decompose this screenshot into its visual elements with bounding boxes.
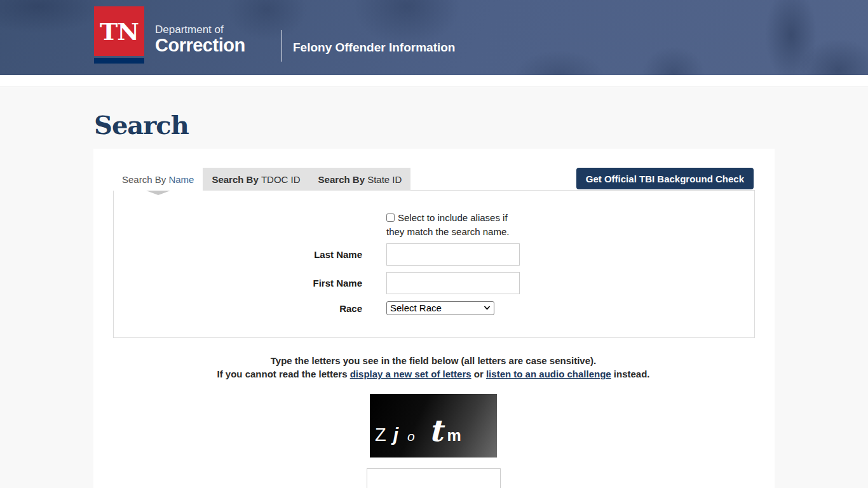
race-row: Race Select Race bbox=[114, 301, 754, 315]
include-aliases-checkbox[interactable] bbox=[386, 214, 395, 222]
race-label: Race bbox=[114, 303, 362, 314]
header-divider bbox=[281, 30, 282, 62]
search-by-name-panel: Select to include aliases if they match … bbox=[113, 190, 755, 338]
tab-tdoc-prefix: Search By bbox=[212, 174, 261, 185]
tn-logo-navy-bar bbox=[94, 58, 144, 64]
alias-checkbox-text: Select to include aliases if they match … bbox=[386, 212, 509, 237]
header-bottom-strip bbox=[0, 75, 868, 87]
captcha-instruction-line2: If you cannot read the letters display a… bbox=[113, 367, 754, 381]
last-name-row: Last Name bbox=[114, 243, 754, 266]
alias-checkbox-row: Select to include aliases if they match … bbox=[386, 211, 513, 239]
correction-text: Correction bbox=[155, 36, 245, 55]
new-letters-link[interactable]: display a new set of letters bbox=[350, 369, 471, 379]
tab-search-by-state-id[interactable]: Search By State ID bbox=[309, 168, 411, 191]
search-tabs: Search By Name Search By TDOC ID Search … bbox=[113, 168, 754, 191]
first-name-label: First Name bbox=[114, 278, 362, 288]
tab-search-by-tdoc-id[interactable]: Search By TDOC ID bbox=[203, 168, 309, 191]
tab-search-by-name[interactable]: Search By Name bbox=[113, 168, 203, 191]
captcha-letter: o bbox=[407, 430, 415, 443]
department-of-text: Department of bbox=[155, 24, 245, 36]
tab-name-suffix: Name bbox=[168, 174, 194, 185]
search-card: Get Official TBI Background Check Search… bbox=[93, 149, 775, 488]
app-title: Felony Offender Information bbox=[293, 41, 455, 55]
tn-logo-letters: TN bbox=[100, 17, 139, 46]
first-name-row: First Name bbox=[114, 272, 754, 294]
tdoc-logo[interactable]: TN Department of Correction bbox=[94, 6, 245, 64]
department-wordmark: Department of Correction bbox=[155, 6, 245, 55]
last-name-input[interactable] bbox=[386, 243, 520, 266]
captcha-instruction-line1: Type the letters you see in the field be… bbox=[113, 354, 754, 367]
captcha-letter: Z bbox=[375, 426, 386, 444]
tab-name-prefix: Search By bbox=[122, 174, 168, 185]
first-name-input[interactable] bbox=[386, 272, 520, 294]
captcha-line2-or: or bbox=[474, 369, 484, 379]
site-header: TN Department of Correction Felony Offen… bbox=[0, 0, 868, 75]
captcha-line2-prefix: If you cannot read the letters bbox=[217, 369, 347, 379]
captcha-letter: j bbox=[393, 425, 398, 444]
tn-state-logo: TN bbox=[94, 6, 144, 64]
captcha-letter: m bbox=[447, 428, 461, 444]
captcha-answer-input[interactable] bbox=[367, 468, 501, 488]
last-name-label: Last Name bbox=[114, 249, 362, 260]
page-title: Search bbox=[94, 108, 868, 142]
captcha-line2-suffix: instead. bbox=[614, 369, 650, 379]
captcha-image: Z j o t m bbox=[370, 394, 497, 458]
captcha-letter: t bbox=[429, 416, 443, 445]
audio-challenge-link[interactable]: listen to an audio challenge bbox=[486, 369, 611, 379]
tn-logo-red-square: TN bbox=[94, 6, 144, 56]
captcha-instructions: Type the letters you see in the field be… bbox=[113, 354, 754, 381]
alias-checkbox-label: Select to include aliases if they match … bbox=[386, 212, 509, 237]
tab-tdoc-suffix: TDOC ID bbox=[261, 174, 301, 185]
tab-state-suffix: State ID bbox=[367, 174, 402, 185]
race-select[interactable]: Select Race bbox=[386, 301, 494, 315]
active-tab-caret-icon bbox=[146, 191, 170, 195]
tab-state-prefix: Search By bbox=[318, 174, 368, 185]
